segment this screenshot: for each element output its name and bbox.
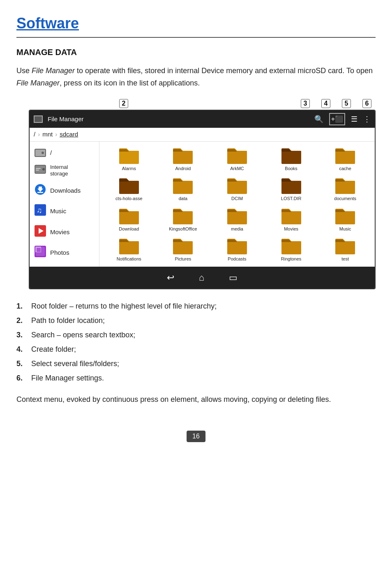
root-icon [35, 149, 46, 157]
breadcrumb-sdcard[interactable]: sdcard [60, 130, 78, 139]
file-item[interactable]: Books [265, 146, 318, 172]
file-item[interactable]: cache [319, 146, 371, 172]
file-name: KingsoftOffice [169, 226, 197, 233]
search-icon[interactable]: 🔍 [314, 114, 323, 125]
svg-point-1 [42, 168, 45, 171]
svg-rect-33 [281, 241, 301, 254]
file-item[interactable]: documents [319, 176, 371, 202]
file-item[interactable]: ArkMC [211, 146, 263, 172]
photos-icon [35, 246, 46, 260]
app-name: File Manager [48, 115, 84, 124]
closing-text: Context menu, evoked by continuous press… [16, 394, 376, 406]
app-icon [34, 115, 43, 123]
file-name: Movies [284, 226, 298, 233]
svg-text:♫: ♫ [37, 206, 42, 214]
downloads-icon [35, 184, 46, 198]
toolbar: File Manager 🔍 +⬛ ☰ ⋮ [30, 111, 375, 128]
settings-icon[interactable]: ⋮ [363, 114, 371, 125]
list-text: Root folder – returns to the highest lev… [31, 301, 217, 312]
file-item[interactable]: media [211, 206, 263, 233]
sidebar-item-root[interactable]: / [30, 145, 99, 161]
file-item[interactable]: Download [103, 206, 155, 233]
svg-rect-16 [173, 151, 193, 163]
sidebar: / Internalstorage [30, 142, 99, 267]
sidebar-item-downloads[interactable]: Downloads [30, 180, 99, 201]
svg-rect-17 [227, 151, 247, 163]
list-item: 5. Select several files/folders; [16, 358, 376, 369]
file-item[interactable]: Music [319, 206, 371, 233]
num-label-6: 6 [362, 99, 371, 108]
intro-paragraph: Use File Manager to operate with files, … [16, 65, 376, 89]
file-item[interactable]: cts-holo-asse [103, 176, 155, 202]
svg-rect-28 [281, 211, 301, 224]
sidebar-photos-label: Photos [50, 248, 69, 258]
file-item[interactable]: Ringtones [265, 236, 318, 263]
svg-rect-32 [227, 241, 247, 254]
music-icon: ♫ [35, 204, 46, 219]
recent-button[interactable]: ▭ [229, 271, 238, 284]
svg-rect-24 [335, 181, 355, 193]
file-grid-area: Alarms Android ArkMC Books [99, 142, 375, 267]
svg-rect-18 [281, 151, 301, 163]
file-name: Pictures [175, 256, 191, 263]
breadcrumb: / › mnt › sdcard [30, 128, 375, 142]
svg-rect-30 [119, 241, 139, 254]
file-item[interactable]: Notifications [103, 236, 155, 263]
sidebar-root-label: / [50, 148, 52, 158]
list-item: 1. Root folder – returns to the highest … [16, 301, 376, 312]
breadcrumb-mnt[interactable]: mnt [42, 130, 53, 139]
sidebar-item-photos[interactable]: Photos [30, 242, 99, 263]
file-manager-body: 1 / [30, 142, 375, 267]
list-text: File Manager settings. [31, 373, 104, 384]
file-name: data [179, 195, 187, 202]
svg-rect-29 [335, 211, 355, 224]
file-item[interactable]: Alarms [103, 146, 155, 172]
file-name: Books [285, 165, 297, 172]
file-name: LOST.DIR [281, 195, 302, 202]
sidebar-music-label: Music [50, 207, 66, 216]
list-item: 2. Path to folder location; [16, 315, 376, 326]
num-label-4: 4 [321, 99, 330, 108]
file-item[interactable]: KingsoftOffice [157, 206, 210, 233]
file-name: test [341, 256, 349, 263]
file-name: Podcasts [228, 256, 246, 263]
list-item: 4. Create folder; [16, 344, 376, 355]
svg-rect-23 [281, 181, 301, 193]
sidebar-item-internal-storage[interactable]: Internalstorage [30, 161, 99, 180]
section-heading: MANAGE DATA [16, 46, 376, 58]
file-item[interactable]: DCIM [211, 176, 263, 202]
create-folder-icon[interactable]: +⬛ [329, 113, 345, 125]
file-item[interactable]: test [319, 236, 371, 263]
sidebar-item-music[interactable]: ♫ Music [30, 201, 99, 222]
breadcrumb-root[interactable]: / [34, 130, 35, 139]
bottom-nav: ↩ ⌂ ▭ [30, 267, 375, 288]
svg-rect-25 [119, 211, 139, 224]
svg-rect-15 [119, 151, 139, 163]
file-item[interactable]: Movies [265, 206, 318, 233]
screenshot-container: File Manager 🔍 +⬛ ☰ ⋮ / › mnt › sdcard 1 [29, 110, 376, 289]
svg-rect-22 [227, 181, 247, 193]
file-name: documents [334, 195, 356, 202]
back-button[interactable]: ↩ [167, 271, 174, 284]
list-num: 5. [16, 358, 28, 369]
sidebar-downloads-label: Downloads [50, 186, 81, 196]
select-files-icon[interactable]: ☰ [351, 114, 357, 125]
file-name: Music [339, 226, 351, 233]
svg-rect-27 [227, 211, 247, 224]
svg-rect-19 [335, 151, 355, 163]
list-item: 6. File Manager settings. [16, 373, 376, 384]
sidebar-item-movies[interactable]: Movies [30, 222, 99, 243]
file-item[interactable]: data [157, 176, 210, 202]
page-title: Software [16, 12, 376, 38]
file-item[interactable]: LOST.DIR [265, 176, 318, 202]
file-name: Notifications [117, 256, 141, 263]
file-item[interactable]: Android [157, 146, 210, 172]
home-button[interactable]: ⌂ [199, 271, 204, 284]
page-number: 16 [187, 431, 205, 442]
file-name: Ringtones [281, 256, 302, 263]
file-grid: Alarms Android ArkMC Books [103, 146, 371, 263]
file-name: Android [175, 165, 191, 172]
file-item[interactable]: Pictures [157, 236, 210, 263]
list-num: 4. [16, 344, 28, 355]
file-item[interactable]: Podcasts [211, 236, 263, 263]
